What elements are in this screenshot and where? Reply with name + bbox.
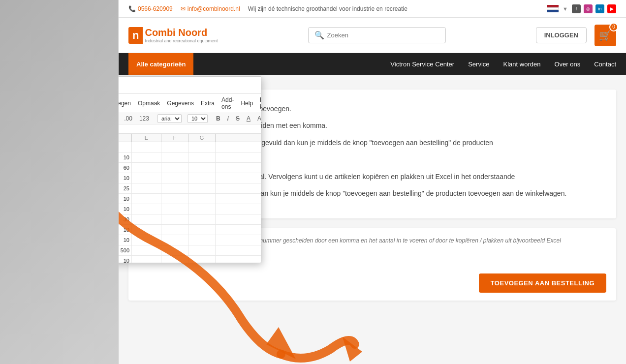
menu-gegevens[interactable]: Gegevens [164, 98, 197, 108]
table-row: 8 81.10.103 30 [118, 214, 261, 225]
cell-e-5[interactable] [132, 183, 161, 193]
cell-g-7[interactable] [188, 204, 216, 214]
phone-info: 📞 0566-620909 [128, 5, 173, 12]
phone-icon: 📞 [128, 5, 136, 12]
cell-f-2[interactable] [161, 152, 188, 162]
cell-f-5[interactable] [161, 183, 188, 193]
logo-box: n Combi Noord Industrial and recreationa… [128, 27, 218, 44]
cell-d-7[interactable]: 10 [118, 204, 132, 214]
cell-g-3[interactable] [188, 163, 216, 173]
col-header-row: A B C D E F G [118, 134, 261, 142]
sheets-title-bar: ≡ pp8.xml ☆ 📁 ☁ [118, 77, 261, 94]
linkedin-icon[interactable]: in [595, 4, 604, 13]
cell-g-12[interactable] [188, 256, 216, 263]
nav-link-klant[interactable]: Klant worden [503, 61, 541, 68]
toolbar-bold[interactable]: B [214, 114, 223, 123]
cell-g-5[interactable] [188, 183, 216, 193]
menu-addons[interactable]: Add-ons [219, 95, 237, 112]
cell-d-12[interactable]: 10 [118, 256, 132, 263]
svg-marker-0 [266, 327, 296, 359]
cell-e-7[interactable] [132, 204, 161, 214]
cell-e-4[interactable] [132, 173, 161, 183]
menu-last[interactable]: Laatste be... [257, 95, 261, 112]
menu-opmaak[interactable]: Opmaak [135, 98, 163, 108]
toolbar-strikethrough[interactable]: S [233, 114, 242, 123]
table-row: 4 81.06.517 10 [118, 173, 261, 183]
table-row: 11 81.06.513 500 [118, 245, 261, 256]
all-categories-button[interactable]: Alle categorieën [128, 53, 193, 75]
svg-marker-1 [343, 337, 362, 362]
cell-d-10[interactable]: 10 [118, 235, 132, 245]
cell-d-4[interactable]: 10 [118, 173, 132, 183]
cart-button[interactable]: 🛒 0 [595, 25, 616, 46]
cell-f-3[interactable] [161, 163, 188, 173]
cell-g-6[interactable] [188, 194, 216, 204]
cell-e-11[interactable] [132, 245, 161, 255]
cell-e-10[interactable] [132, 235, 161, 245]
language-dropdown-icon[interactable]: ▼ [563, 6, 568, 12]
cell-g-10[interactable] [188, 235, 216, 245]
toolbar-italic[interactable]: I [225, 114, 231, 123]
col-head-e: E [132, 134, 161, 142]
menu-invoegen[interactable]: Invoegen [118, 98, 134, 108]
cell-e-9[interactable] [132, 225, 161, 235]
search-bar[interactable]: 🔍 [308, 27, 446, 43]
cell-g-4[interactable] [188, 173, 216, 183]
cell-g-1[interactable] [188, 142, 216, 152]
cell-g-8[interactable] [188, 214, 216, 224]
cell-f-12[interactable] [161, 256, 188, 263]
cell-f-1[interactable] [161, 142, 188, 152]
formula-value[interactable]: 45 [118, 125, 257, 132]
table-row: 7 81.10.102 10 [118, 204, 261, 214]
toolbar-decimal2[interactable]: .00 [122, 114, 135, 123]
order-btn-row: TOEVOEGEN AAN BESTELLING [138, 273, 606, 293]
email-info[interactable]: ✉ info@combinoord.nl [181, 5, 240, 12]
cell-g-11[interactable] [188, 245, 216, 255]
instagram-icon[interactable]: ◎ [584, 4, 593, 13]
toolbar-font-color[interactable]: A [255, 114, 261, 123]
cell-d-3[interactable]: 60 [118, 163, 132, 173]
cell-f-7[interactable] [161, 204, 188, 214]
nav-link-over[interactable]: Over ons [554, 61, 580, 68]
cell-d-6[interactable]: 10 [118, 194, 132, 204]
add-to-order-button[interactable]: TOEVOEGEN AAN BESTELLING [479, 273, 606, 293]
cell-e-6[interactable] [132, 194, 161, 204]
toolbar-decimal1[interactable]: .0 [118, 114, 120, 123]
menu-help[interactable]: Help [238, 98, 256, 108]
toolbar-font-select[interactable]: arial [157, 114, 182, 123]
logo-area[interactable]: n Combi Noord Industrial and recreationa… [128, 27, 218, 44]
cell-d-5[interactable]: 25 [118, 183, 132, 193]
nav-link-service[interactable]: Service [468, 61, 489, 68]
youtube-icon[interactable]: ▶ [607, 4, 616, 13]
language-flag[interactable] [547, 5, 559, 13]
menu-extra[interactable]: Extra [198, 98, 218, 108]
top-bar: 📞 0566-620909 ✉ info@combinoord.nl Wij z… [119, 0, 626, 18]
cell-e-1[interactable] [132, 142, 161, 152]
cell-d-8[interactable]: 30 [118, 214, 132, 224]
cell-d-9[interactable]: 10 [118, 225, 132, 235]
cell-g-9[interactable] [188, 225, 216, 235]
search-input[interactable] [327, 31, 439, 39]
cell-d-2[interactable]: 10 [118, 152, 132, 162]
cell-e-3[interactable] [132, 163, 161, 173]
cell-f-9[interactable] [161, 225, 188, 235]
cell-f-11[interactable] [161, 245, 188, 255]
cell-f-10[interactable] [161, 235, 188, 245]
cell-e-8[interactable] [132, 214, 161, 224]
cell-e-2[interactable] [132, 152, 161, 162]
cell-f-6[interactable] [161, 194, 188, 204]
toolbar-underline[interactable]: A [244, 114, 253, 123]
cell-f-4[interactable] [161, 173, 188, 183]
cell-g-2[interactable] [188, 152, 216, 162]
toolbar-format-num[interactable]: 123 [137, 114, 152, 123]
nav-link-victron[interactable]: Victron Service Center [390, 61, 454, 68]
nav-link-contact[interactable]: Contact [594, 61, 616, 68]
cell-f-8[interactable] [161, 214, 188, 224]
login-button[interactable]: INLOGGEN [536, 27, 587, 43]
cell-e-12[interactable] [132, 256, 161, 263]
facebook-icon[interactable]: f [572, 4, 581, 13]
cell-d-1[interactable] [118, 142, 132, 152]
grid-rows: 1 2 81.06.510 10 3 81.06.513 60 4 81.06.… [118, 142, 261, 263]
toolbar-size-select[interactable]: 10 [188, 114, 208, 123]
cell-d-11[interactable]: 500 [118, 245, 132, 255]
